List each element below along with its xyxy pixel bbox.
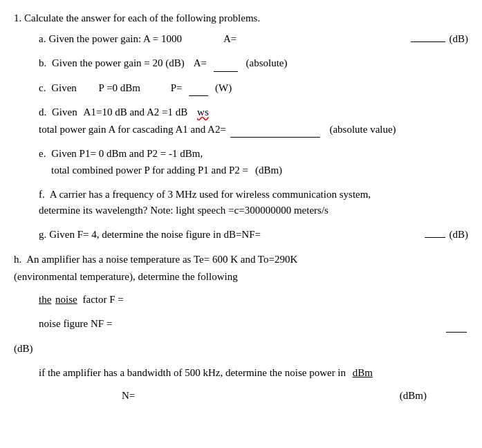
part-h-dBm-underline: dBm bbox=[353, 367, 373, 378]
part-g-blank bbox=[425, 237, 445, 238]
part-b-text2: A= bbox=[194, 57, 207, 68]
part-e: e. Given P1= 0 dBm and P2 = -1 dBm, tota… bbox=[39, 146, 468, 178]
part-a: a. Given the power gain: A = 1000 A= (dB… bbox=[39, 31, 468, 47]
part-d-text2: A1=10 dB and A2 =1 dB bbox=[84, 106, 188, 118]
main-content: 1. Calculate the answer for each of the … bbox=[14, 12, 468, 404]
part-h-nf-blank bbox=[446, 332, 467, 333]
part-f: f. A carrier has a frequency of 3 MHz us… bbox=[39, 187, 468, 219]
part-f-text1: A carrier has a frequency of 3 MHz used … bbox=[50, 189, 371, 200]
part-c-label: c. bbox=[39, 82, 46, 93]
part-h-noise-factor-rest: factor F = bbox=[83, 294, 124, 305]
part-e-text2: total combined power P for adding P1 and… bbox=[51, 162, 248, 178]
part-e-unit: (dBm) bbox=[255, 162, 282, 178]
part-b: b. Given the power gain = 20 (dB) A= (ab… bbox=[39, 55, 468, 71]
part-c-unit: (W) bbox=[215, 82, 232, 93]
part-c: c. Given P =0 dBm P= (W) bbox=[39, 80, 468, 96]
part-b-unit: (absolute) bbox=[245, 57, 287, 68]
part-h: h. An amplifier has a noise temperature … bbox=[14, 252, 468, 404]
part-d-unit: (absolute value) bbox=[329, 124, 396, 135]
part-a-label: a. bbox=[39, 31, 46, 47]
part-d-text1: Given bbox=[52, 106, 77, 118]
part-e-text1: Given P1= 0 dBm and P2 = -1 dBm, bbox=[51, 148, 203, 159]
part-h-n-label: N= bbox=[122, 388, 135, 404]
part-b-label: b. bbox=[39, 57, 46, 68]
part-g-unit: (dB) bbox=[449, 227, 469, 243]
part-h-text2: (environmental temperature), determine t… bbox=[14, 271, 238, 282]
part-d-blank bbox=[230, 137, 320, 138]
part-h-noise-underline: noise bbox=[55, 294, 77, 305]
problem-title: 1. Calculate the answer for each of the … bbox=[14, 12, 468, 24]
title-text: 1. Calculate the answer for each of the … bbox=[14, 12, 260, 24]
part-h-n-unit: (dBm) bbox=[400, 388, 427, 404]
part-a-text1: Given the power gain: A = 1000 bbox=[48, 31, 182, 47]
part-c-text2: P =0 dBm bbox=[99, 82, 140, 93]
part-a-unit: (dB) bbox=[449, 31, 469, 47]
part-h-label: h. bbox=[14, 254, 21, 265]
part-b-text1: Given the power gain = 20 (dB) bbox=[52, 57, 185, 68]
part-h-noise-figure-label: noise figure NF = bbox=[39, 316, 112, 332]
part-b-blank bbox=[214, 71, 238, 72]
part-d-label: d. bbox=[39, 106, 46, 118]
part-h-text1: An amplifier has a noise temperature as … bbox=[26, 254, 297, 265]
part-a-text2: A= bbox=[223, 31, 237, 47]
part-h-dB-unit: (dB) bbox=[14, 343, 33, 354]
part-d: d. Given A1=10 dB and A2 =1 dB ws total … bbox=[39, 104, 468, 138]
part-a-blank bbox=[411, 41, 445, 42]
part-e-label: e. bbox=[39, 148, 46, 159]
part-g-label: g. bbox=[39, 227, 46, 243]
part-f-label: f. bbox=[39, 189, 45, 200]
part-h-bandwidth-text: if the amplifier has a bandwidth of 500 … bbox=[39, 367, 346, 378]
part-c-text1: Given bbox=[51, 82, 77, 93]
part-c-blank bbox=[189, 95, 208, 96]
part-c-text3: P= bbox=[171, 82, 183, 93]
part-h-the: the bbox=[39, 294, 51, 305]
part-g-text1: Given F= 4, determine the noise figure i… bbox=[49, 227, 261, 243]
part-d-wavy: ws bbox=[197, 106, 209, 118]
part-f-text2: determine its wavelength? Note: light sp… bbox=[39, 205, 328, 216]
part-d-text3: total power gain A for cascading A1 and … bbox=[39, 124, 226, 135]
part-g: g. Given F= 4, determine the noise figur… bbox=[39, 227, 468, 243]
